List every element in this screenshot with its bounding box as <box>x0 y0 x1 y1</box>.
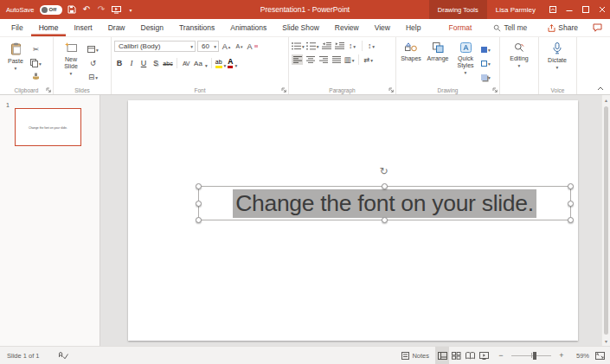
bullets-button[interactable] <box>292 41 305 51</box>
cut-button[interactable]: ✂ <box>30 44 42 54</box>
font-size-select[interactable]: 60 <box>197 41 219 52</box>
paste-button[interactable]: Paste <box>3 41 29 84</box>
resize-handle-ne[interactable] <box>568 183 574 189</box>
normal-view-button[interactable] <box>435 347 449 364</box>
align-right-button[interactable] <box>318 54 329 65</box>
quick-styles-button[interactable]: Quick Styles <box>453 41 478 84</box>
slide-indicator[interactable]: Slide 1 of 1 <box>7 352 40 360</box>
align-center-button[interactable] <box>305 54 316 65</box>
drawing-dialog-launcher[interactable] <box>492 87 498 93</box>
slide-thumbnail[interactable]: Change the font on your slide. <box>15 108 81 146</box>
undo-button[interactable]: ↶ <box>82 5 92 14</box>
notes-button[interactable]: Notes <box>401 352 429 360</box>
font-name-select[interactable]: Calibri (Body) <box>114 41 196 52</box>
save-button[interactable] <box>67 5 77 14</box>
fit-slide-to-window-button[interactable] <box>595 352 605 360</box>
editing-button[interactable]: Editing <box>503 41 536 84</box>
tab-transitions[interactable]: Transitions <box>171 19 222 36</box>
resize-handle-w[interactable] <box>196 201 202 207</box>
format-painter-button[interactable] <box>30 72 42 82</box>
tab-design[interactable]: Design <box>133 19 171 36</box>
maximize-button[interactable] <box>577 0 594 19</box>
section-button[interactable]: ⊟ <box>87 72 99 82</box>
underline-button[interactable]: U <box>138 59 149 67</box>
minimize-button[interactable] <box>561 0 577 19</box>
tab-file[interactable]: File <box>3 19 31 36</box>
shape-effects-button[interactable] <box>480 72 491 82</box>
numbering-button[interactable] <box>306 41 319 51</box>
tab-format[interactable]: Format <box>440 19 479 36</box>
autosave-toggle[interactable]: Off <box>40 5 62 15</box>
slide-sorter-view-button[interactable] <box>449 347 463 364</box>
change-case-button[interactable]: Aa <box>193 60 203 67</box>
resize-handle-e[interactable] <box>568 201 574 207</box>
tell-me-box[interactable]: Tell me <box>488 19 532 36</box>
bold-button[interactable]: B <box>114 59 125 67</box>
slideshow-view-button[interactable] <box>477 347 491 364</box>
text-shadow-button[interactable]: S <box>151 59 161 67</box>
drawing-tools-contextual-header[interactable]: Drawing Tools <box>429 0 487 19</box>
resize-handle-s[interactable] <box>382 217 388 223</box>
start-from-beginning-button[interactable] <box>112 6 121 14</box>
reset-slide-button[interactable]: ↺ <box>87 58 99 68</box>
close-button[interactable] <box>594 0 610 19</box>
copy-button[interactable] <box>30 58 42 68</box>
font-color-button[interactable]: A <box>228 58 233 68</box>
shapes-button[interactable]: Shapes <box>399 41 423 84</box>
slide-surface[interactable]: ↻ Change the font on your slide. <box>128 100 578 341</box>
scroll-down-icon[interactable]: ▾ <box>602 338 610 344</box>
arrange-button[interactable]: Arrange <box>425 41 451 84</box>
user-name[interactable]: Lisa Parmley <box>487 6 544 14</box>
scrollbar-thumb[interactable] <box>604 106 608 335</box>
tab-slide-show[interactable]: Slide Show <box>274 19 327 36</box>
dictate-button[interactable]: Dictate <box>542 41 573 84</box>
scroll-up-icon[interactable]: ▴ <box>602 97 610 103</box>
comments-button[interactable] <box>585 19 610 36</box>
columns-button[interactable]: ▥ <box>344 54 355 65</box>
resize-handle-sw[interactable] <box>196 217 202 223</box>
slide-title-text[interactable]: Change the font on your slide. <box>233 189 536 218</box>
line-spacing-button[interactable]: ↕ <box>347 41 358 51</box>
tab-animations[interactable]: Animations <box>222 19 274 36</box>
zoom-slider-thumb[interactable] <box>533 352 536 360</box>
reading-view-button[interactable] <box>463 347 477 364</box>
share-button[interactable]: Share <box>541 19 585 36</box>
spellcheck-button[interactable] <box>59 352 68 360</box>
tab-insert[interactable]: Insert <box>66 19 100 36</box>
redo-button[interactable]: ↷ <box>97 5 106 14</box>
rotate-handle-icon[interactable]: ↻ <box>380 165 388 177</box>
ribbon-display-options-button[interactable] <box>544 0 561 19</box>
justify-button[interactable] <box>331 54 342 65</box>
resize-handle-nw[interactable] <box>196 183 202 189</box>
italic-button[interactable]: I <box>126 59 137 67</box>
text-box-selection[interactable]: ↻ Change the font on your slide. <box>198 186 571 220</box>
resize-handle-n[interactable] <box>382 183 388 189</box>
strikethrough-button[interactable]: abc <box>163 61 173 67</box>
character-spacing-button[interactable]: AV <box>181 61 191 67</box>
zoom-in-button[interactable]: + <box>557 351 566 360</box>
tab-view[interactable]: View <box>367 19 398 36</box>
tab-help[interactable]: Help <box>398 19 428 36</box>
zoom-slider[interactable] <box>511 350 551 361</box>
font-dialog-launcher[interactable] <box>281 87 286 93</box>
decrease-font-size-button[interactable]: A▾ <box>234 42 245 52</box>
tab-review[interactable]: Review <box>327 19 367 36</box>
zoom-percentage[interactable]: 59% <box>572 352 589 360</box>
tab-draw[interactable]: Draw <box>100 19 133 36</box>
clear-formatting-button[interactable]: A <box>247 42 258 52</box>
increase-indent-button[interactable] <box>334 41 345 51</box>
convert-to-smartart-button[interactable]: ⇄ <box>363 54 374 65</box>
shape-fill-button[interactable] <box>480 44 491 54</box>
collapse-ribbon-button[interactable] <box>597 86 604 91</box>
zoom-out-button[interactable]: − <box>497 351 505 360</box>
text-direction-button[interactable]: ↕ <box>366 41 377 51</box>
clipboard-dialog-launcher[interactable] <box>46 87 51 93</box>
slide-layout-button[interactable] <box>87 44 99 54</box>
decrease-indent-button[interactable] <box>321 41 332 51</box>
align-left-button[interactable] <box>292 54 303 65</box>
vertical-scrollbar[interactable]: ▴ ▾ <box>601 95 610 346</box>
resize-handle-se[interactable] <box>568 217 574 223</box>
text-highlight-button[interactable]: ab <box>215 59 222 68</box>
paragraph-dialog-launcher[interactable] <box>388 87 394 93</box>
shape-outline-button[interactable] <box>480 58 491 68</box>
